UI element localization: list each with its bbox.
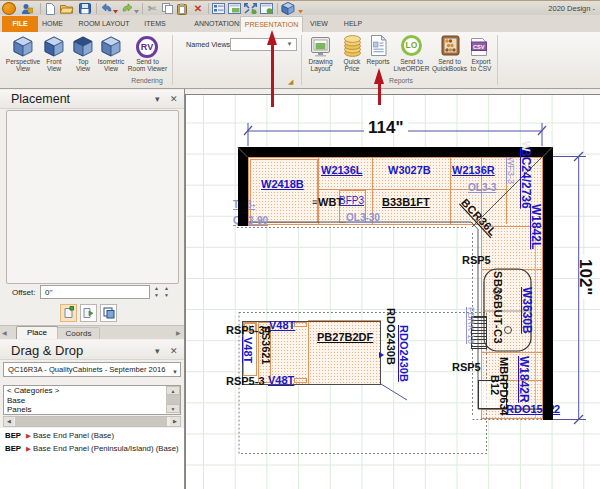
svg-text:CSV: CSV <box>473 44 485 50</box>
